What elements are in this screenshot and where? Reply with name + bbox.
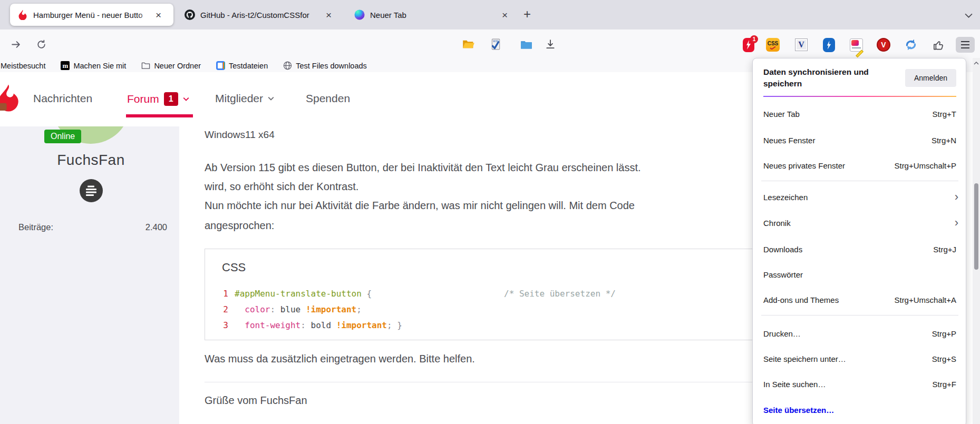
extension-v-icon[interactable]: V bbox=[794, 37, 809, 52]
extension-flagfox-icon[interactable]: 1 bbox=[741, 37, 756, 52]
menu-divider bbox=[761, 181, 958, 181]
post-question: Was muss da zusätzlich eingetragen werde… bbox=[205, 353, 475, 365]
testdateien-favicon-icon bbox=[216, 61, 225, 70]
navigation-toolbar: https://www.camp-firefox.de/forum/thema/… bbox=[0, 29, 980, 59]
gradient-divider bbox=[763, 96, 956, 97]
app-menu-button[interactable] bbox=[956, 37, 975, 53]
github-favicon-icon bbox=[185, 9, 195, 20]
tab-github[interactable]: GitHub - Aris-t2/CustomCSSfor × bbox=[177, 4, 344, 26]
sign-in-button[interactable]: Anmelden bbox=[905, 69, 956, 87]
user-rank-icon bbox=[79, 179, 103, 205]
tab-hamburger-menu[interactable]: Hamburger Menü - neuer Butto × bbox=[10, 4, 173, 26]
submenu-chevron-icon: › bbox=[955, 217, 958, 229]
tab-bar: Hamburger Menü - neuer Butto × GitHub - … bbox=[0, 0, 980, 29]
window-scrollbar[interactable] bbox=[973, 58, 980, 424]
menu-item-neues-privates-fenster[interactable]: Neues privates FensterStrg+Umschalt+P bbox=[753, 156, 967, 175]
nav-spenden[interactable]: Spenden bbox=[306, 92, 350, 105]
forum-active-underline bbox=[126, 114, 193, 117]
chevron-down-icon bbox=[268, 96, 274, 101]
menu-divider bbox=[761, 315, 958, 315]
menu-item-drucken[interactable]: Drucken…Strg+P bbox=[753, 324, 967, 343]
menu-sync-header: Daten synchronisieren und speichern Anme… bbox=[763, 66, 956, 90]
flame-favicon-icon bbox=[17, 9, 28, 20]
menu-item-addons-themes[interactable]: Add-ons und ThemesStrg+Umschalt+A bbox=[753, 290, 967, 309]
globe-icon bbox=[283, 61, 292, 70]
username[interactable]: FuchsFan bbox=[0, 152, 179, 169]
tab-close-icon[interactable]: × bbox=[326, 10, 332, 20]
code-line-3: 3 font-weight: bold !important; } bbox=[221, 318, 402, 333]
post-author-sidebar: Online FuchsFan Beiträge: 2.400 bbox=[0, 126, 179, 424]
list-all-tabs-icon[interactable] bbox=[965, 11, 973, 20]
download-icon[interactable] bbox=[543, 37, 558, 52]
extension-css-icon[interactable]: CSS bbox=[765, 37, 780, 52]
code-language-label: CSS bbox=[222, 261, 246, 274]
blue-folder-icon[interactable] bbox=[519, 37, 533, 52]
post-paragraph-line: Nun möchte ich nur bei Aktivität die Far… bbox=[205, 200, 635, 212]
extension-badge: 1 bbox=[750, 35, 758, 43]
post-signature: Grüße vom FuchsFan bbox=[205, 395, 307, 407]
chevron-down-icon bbox=[183, 97, 189, 101]
menu-item-in-seite-suchen[interactable]: In Seite suchen…Strg+F bbox=[753, 374, 967, 393]
menu-item-downloads[interactable]: DownloadsStrg+J bbox=[753, 240, 967, 259]
scrollbar-up-icon[interactable] bbox=[973, 60, 979, 66]
menu-item-lesezeichen[interactable]: Lesezeichen› bbox=[753, 188, 967, 206]
open-folder-icon[interactable] bbox=[461, 37, 476, 52]
menu-item-seite-uebersetzen[interactable]: Seite übersetzen… bbox=[753, 400, 967, 419]
extension-page-editor-icon[interactable] bbox=[849, 37, 863, 52]
scrollbar-thumb[interactable] bbox=[974, 183, 978, 270]
firefox-favicon-icon bbox=[354, 9, 365, 20]
tab-close-icon[interactable]: × bbox=[502, 10, 508, 20]
post-paragraph-line: angesprochen: bbox=[205, 220, 274, 232]
post-paragraph-line: Ab Version 115 gibt es diesen Button, de… bbox=[205, 162, 641, 174]
nav-mitglieder[interactable]: Mitglieder bbox=[215, 92, 274, 105]
tab-close-icon[interactable]: × bbox=[156, 10, 161, 20]
bookmark-machen-sie-mit[interactable]: m Machen Sie mit bbox=[61, 61, 126, 70]
code-line-2: 2 color: blue !important; bbox=[221, 302, 402, 318]
tab-title: GitHub - Aris-t2/CustomCSSfor bbox=[200, 11, 322, 19]
menu-item-neues-fenster[interactable]: Neues FensterStrg+N bbox=[753, 131, 967, 150]
reload-icon[interactable] bbox=[34, 37, 48, 52]
menu-item-neuer-tab[interactable]: Neuer TabStrg+T bbox=[753, 104, 967, 123]
status-badge: Online bbox=[44, 130, 81, 143]
menu-item-passwoerter[interactable]: Passwörter bbox=[753, 265, 967, 284]
code-lines[interactable]: 1#appMenu-translate-button {/* Seite übe… bbox=[221, 286, 402, 333]
submenu-chevron-icon: › bbox=[955, 191, 958, 203]
code-line-1: 1#appMenu-translate-button {/* Seite übe… bbox=[221, 286, 402, 302]
posts-label: Beiträge: bbox=[18, 222, 53, 232]
post-meta: Windows11 x64 bbox=[205, 129, 275, 141]
app-menu-panel: Daten synchronisieren und speichern Anme… bbox=[752, 58, 966, 424]
nav-forum[interactable]: Forum 1 bbox=[127, 92, 189, 106]
extension-v-red-icon[interactable]: V bbox=[876, 37, 891, 52]
forward-icon[interactable] bbox=[8, 37, 23, 52]
extension-sync-icon[interactable] bbox=[904, 37, 918, 52]
nav-nachrichten[interactable]: Nachrichten bbox=[33, 92, 92, 105]
menu-item-seite-speichern[interactable]: Seite speichern unter…Strg+S bbox=[753, 349, 967, 368]
tab-title: Hamburger Menü - neuer Butto bbox=[33, 11, 151, 19]
new-tab-button[interactable]: + bbox=[523, 8, 531, 21]
posts-value: 2.400 bbox=[145, 222, 167, 232]
bookmark-test-files-downloads[interactable]: Test Files downloads bbox=[283, 61, 367, 70]
menu-item-chronik[interactable]: Chronik› bbox=[753, 213, 967, 232]
post-paragraph-line: wird, so erhöht sich der Kontrast. bbox=[205, 181, 358, 193]
folder-outline-icon bbox=[141, 61, 150, 70]
thumbs-up-icon[interactable] bbox=[931, 37, 946, 52]
tab-title: Neuer Tab bbox=[370, 11, 498, 19]
w3c-validator-icon[interactable]: W3C bbox=[488, 37, 503, 52]
extension-lightning-icon[interactable] bbox=[821, 37, 836, 52]
m-favicon-icon: m bbox=[61, 61, 70, 70]
sync-header-label: Daten synchronisieren und speichern bbox=[763, 66, 886, 90]
site-logo-flame-icon[interactable] bbox=[0, 84, 20, 116]
tab-neuer-tab[interactable]: Neuer Tab × bbox=[347, 4, 513, 26]
bookmark-meistbesucht[interactable]: Meistbesucht bbox=[1, 62, 45, 70]
posts-count-row: Beiträge: 2.400 bbox=[18, 222, 167, 232]
bookmark-testdateien[interactable]: Testdateien bbox=[216, 61, 268, 70]
forum-count-badge: 1 bbox=[164, 92, 178, 106]
bookmark-neuer-ordner[interactable]: Neuer Ordner bbox=[141, 61, 201, 70]
